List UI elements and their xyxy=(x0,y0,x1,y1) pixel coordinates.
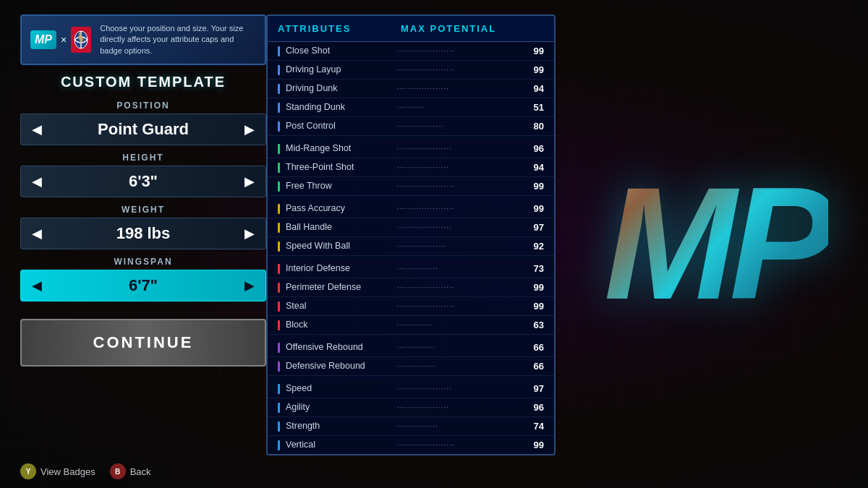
attribute-name: Perimeter Defense xyxy=(278,282,397,293)
continue-button[interactable]: CONTINUE xyxy=(20,319,266,367)
wingspan-label: WINGSPAN xyxy=(20,257,266,267)
attribute-row: Vertical ····················· 99 xyxy=(268,436,554,454)
logo-badge: MP × xyxy=(30,27,91,53)
attributes-rows: Close Shot ····················· 99 Driv… xyxy=(268,42,554,454)
weight-control[interactable]: ◀ 198 lbs ▶ xyxy=(20,218,266,249)
attribute-dots: ·············· xyxy=(397,343,524,351)
attribute-dots: ··················· xyxy=(397,85,524,93)
attribute-value: 66 xyxy=(524,342,544,353)
attribute-row: Block ············· 63 xyxy=(268,316,554,335)
x-mark: × xyxy=(61,34,67,46)
weight-row: WEIGHT ◀ 198 lbs ▶ xyxy=(20,205,266,249)
view-badges-label: View Badges xyxy=(41,466,95,477)
attribute-dots: ····················· xyxy=(397,283,524,291)
attribute-row: Speed ···················· 97 xyxy=(268,380,554,398)
dots-bar: ····················· xyxy=(397,47,454,55)
attribute-dots: ·············· xyxy=(397,362,524,370)
dots-bar: ··············· xyxy=(397,265,438,273)
dots-bar: ·········· xyxy=(397,103,425,111)
dots-bar: ············· xyxy=(397,321,433,329)
attribute-dots: ·················· xyxy=(397,242,524,250)
dots-bar: ··················· xyxy=(397,163,449,171)
attribute-row: Mid-Range Shot ···················· 96 xyxy=(268,140,554,158)
attribute-name: Vertical xyxy=(278,440,397,450)
attribute-dots: ··············· xyxy=(397,422,524,430)
attribute-value: 51 xyxy=(524,102,544,113)
mp-logo-area: MP xyxy=(564,0,868,488)
attribute-dots: ··············· xyxy=(397,265,524,273)
position-left-arrow[interactable]: ◀ xyxy=(30,121,44,137)
position-control[interactable]: ◀ Point Guard ▶ xyxy=(20,114,266,145)
attribute-dots: ··················· xyxy=(397,163,524,171)
attribute-value: 99 xyxy=(524,64,544,75)
attribute-value: 97 xyxy=(524,222,544,233)
dots-bar: ····················· xyxy=(397,283,454,291)
height-row: HEIGHT ◀ 6'3" ▶ xyxy=(20,153,266,197)
attribute-value: 73 xyxy=(524,263,544,274)
attribute-value: 96 xyxy=(524,143,544,154)
back-hint: B Back xyxy=(110,463,151,479)
attribute-row: Driving Layup ····················· 99 xyxy=(268,61,554,80)
attribute-row: Agility ··················· 96 xyxy=(268,398,554,417)
attribute-dots: ····················· xyxy=(397,302,524,310)
height-control[interactable]: ◀ 6'3" ▶ xyxy=(20,166,266,197)
attribute-value: 94 xyxy=(524,162,544,173)
attribute-value: 99 xyxy=(524,282,544,293)
dots-bar: ···················· xyxy=(397,385,452,393)
height-right-arrow[interactable]: ▶ xyxy=(242,174,257,189)
attribute-row: Post Control ················· 80 xyxy=(268,117,554,136)
mp-small-logo: MP xyxy=(30,30,56,49)
attribute-row: Close Shot ····················· 99 xyxy=(268,42,554,61)
b-button-icon: B xyxy=(110,463,126,479)
position-right-arrow[interactable]: ▶ xyxy=(242,121,257,137)
weight-left-arrow[interactable]: ◀ xyxy=(30,226,44,241)
attribute-name: Agility xyxy=(278,402,397,413)
attribute-value: 99 xyxy=(524,181,544,192)
attribute-value: 99 xyxy=(524,46,544,56)
attribute-dots: ··················· xyxy=(397,403,524,411)
header-bar: MP × Choose your position and size. Your… xyxy=(20,14,266,65)
attribute-name: Post Control xyxy=(278,121,397,132)
view-badges-hint: Y View Badges xyxy=(20,463,95,479)
attribute-row: Pass Accuracy ····················· 99 xyxy=(268,200,554,218)
attribute-dots: ···················· xyxy=(397,385,524,393)
attribute-dots: ················· xyxy=(397,122,524,130)
attribute-row: Speed With Ball ·················· 92 xyxy=(268,237,554,256)
position-label: POSITION xyxy=(20,100,266,111)
height-left-arrow[interactable]: ◀ xyxy=(30,174,44,189)
wingspan-control[interactable]: ◀ 6'7" ▶ xyxy=(20,270,266,301)
attribute-name: Block xyxy=(278,320,397,330)
weight-value: 198 lbs xyxy=(44,224,242,243)
dots-bar: ····················· xyxy=(397,66,454,74)
dots-bar: ····················· xyxy=(397,302,454,310)
wingspan-row: WINGSPAN ◀ 6'7" ▶ xyxy=(20,257,266,301)
attribute-row: Driving Dunk ··················· 94 xyxy=(268,80,554,98)
back-label: Back xyxy=(130,466,151,477)
attribute-value: 97 xyxy=(524,383,544,394)
attribute-value: 96 xyxy=(524,402,544,413)
attribute-name: Strength xyxy=(278,421,397,432)
dots-bar: ··············· xyxy=(397,422,438,430)
attribute-name: Steal xyxy=(278,301,397,312)
wingspan-left-arrow[interactable]: ◀ xyxy=(30,278,44,294)
dots-bar: ··················· xyxy=(397,403,449,411)
dots-bar: ···················· xyxy=(397,145,452,153)
attribute-name: Speed xyxy=(278,383,397,394)
attribute-name: Ball Handle xyxy=(278,222,397,233)
attribute-dots: ·········· xyxy=(397,103,524,111)
weight-right-arrow[interactable]: ▶ xyxy=(242,226,257,241)
attribute-row: Ball Handle ···················· 97 xyxy=(268,218,554,237)
attribute-row: Strength ··············· 74 xyxy=(268,417,554,436)
attribute-value: 99 xyxy=(524,301,544,312)
bottom-hints: Y View Badges B Back xyxy=(20,463,151,479)
attribute-row: Free Throw ····················· 99 xyxy=(268,177,554,196)
attribute-name: Close Shot xyxy=(278,46,397,56)
dots-bar: ··················· xyxy=(397,85,449,93)
attribute-name: Pass Accuracy xyxy=(278,203,397,214)
attribute-dots: ····················· xyxy=(397,205,524,213)
height-value: 6'3" xyxy=(44,172,242,191)
wingspan-right-arrow[interactable]: ▶ xyxy=(242,278,257,294)
attribute-dots: ···················· xyxy=(397,223,524,231)
attributes-panel: ATTRIBUTES MAX POTENTIAL Close Shot ····… xyxy=(266,14,556,455)
dots-bar: ·············· xyxy=(397,343,435,351)
